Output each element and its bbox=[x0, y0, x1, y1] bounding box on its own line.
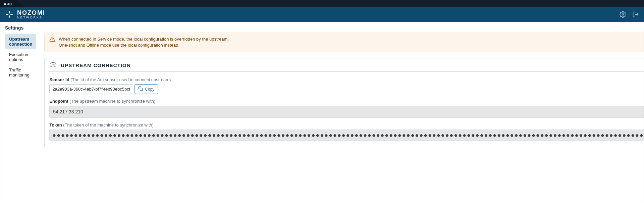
endpoint-label-row: Endpoint (The upstream machine to synchr… bbox=[49, 99, 644, 104]
svg-marker-2 bbox=[9, 15, 10, 18]
header-bar: NOZOMI NETWORKS bbox=[0, 7, 644, 22]
sensor-id-label-row: Sensor Id (The id of the Arc sensor used… bbox=[49, 77, 644, 82]
token-row: ●●●●●●●●●●●●●●●●●●●●●●●●●●●●●●●●●●●●●●●●… bbox=[49, 130, 644, 141]
sidebar-item-upstream-connection[interactable]: Upstream connection bbox=[5, 34, 36, 49]
layout: Upstream connection Execution options Tr… bbox=[0, 33, 644, 147]
arc-tab-label: ARC bbox=[4, 2, 12, 6]
svg-marker-1 bbox=[10, 14, 13, 15]
upstream-connection-panel: LIVE UPSTREAM CONNECTION Sensor Id (The … bbox=[44, 58, 644, 147]
alert-line1: When connected in Service mode, the loca… bbox=[59, 36, 229, 42]
endpoint-input[interactable] bbox=[49, 106, 644, 118]
svg-marker-3 bbox=[6, 14, 9, 15]
sidebar-item-traffic-monitoring[interactable]: Traffic monitoring bbox=[5, 65, 36, 80]
endpoint-field: Endpoint (The upstream machine to synchr… bbox=[49, 99, 644, 118]
logout-icon[interactable] bbox=[632, 11, 639, 18]
settings-sidebar: Upstream connection Execution options Tr… bbox=[5, 33, 36, 82]
token-label-row: Token (The token of the machine to synch… bbox=[49, 122, 644, 128]
warning-triangle-icon bbox=[49, 36, 55, 43]
brand-logo[interactable]: NOZOMI NETWORKS bbox=[5, 10, 45, 19]
alert-text: When connected in Service mode, the loca… bbox=[59, 36, 229, 48]
sensor-id-hint: (The id of the Arc sensor used to connec… bbox=[70, 77, 171, 82]
svg-rect-9 bbox=[140, 88, 143, 91]
sidebar-item-label: Execution options bbox=[9, 52, 28, 62]
header-actions bbox=[620, 11, 639, 18]
sensor-id-label: Sensor Id bbox=[49, 77, 69, 82]
panel-title: UPSTREAM CONNECTION bbox=[61, 62, 130, 68]
service-mode-alert: When connected in Service mode, the loca… bbox=[44, 33, 644, 52]
arc-tab[interactable]: ARC bbox=[0, 0, 17, 7]
brand-mark-icon bbox=[5, 10, 14, 19]
sidebar-item-label: Traffic monitoring bbox=[9, 67, 30, 78]
token-hint: (The token of the machine to synchronize… bbox=[63, 122, 154, 128]
sensor-id-value: 2a2e903a-360c-4eb7-bf7f-feb98ebc5bcf bbox=[49, 84, 133, 94]
token-label: Token bbox=[49, 122, 62, 128]
copy-button-label: Copy bbox=[145, 87, 154, 92]
sensor-id-field: Sensor Id (The id of the Arc sensor used… bbox=[49, 77, 644, 94]
alert-line2: One-shot and Offline mode use the local … bbox=[59, 42, 229, 48]
panel-header: LIVE UPSTREAM CONNECTION bbox=[49, 62, 644, 72]
svg-marker-0 bbox=[9, 11, 10, 14]
brand-top: NOZOMI bbox=[17, 10, 45, 16]
sidebar-item-execution-options[interactable]: Execution options bbox=[5, 49, 36, 65]
top-tab-bar: ARC bbox=[0, 0, 644, 7]
sidebar-item-label: Upstream connection bbox=[9, 37, 32, 47]
live-badge-icon: LIVE bbox=[49, 62, 57, 69]
endpoint-hint: (The upstream machine to synchronize wit… bbox=[69, 99, 155, 104]
endpoint-label: Endpoint bbox=[49, 99, 68, 104]
brand-name: NOZOMI NETWORKS bbox=[17, 10, 45, 19]
settings-gear-icon[interactable] bbox=[620, 11, 626, 18]
copy-sensor-id-button[interactable]: Copy bbox=[135, 84, 158, 94]
token-input[interactable]: ●●●●●●●●●●●●●●●●●●●●●●●●●●●●●●●●●●●●●●●●… bbox=[52, 132, 644, 139]
copy-icon bbox=[138, 86, 143, 92]
brand-bottom: NETWORKS bbox=[17, 16, 45, 19]
content-area: When connected in Service mode, the loca… bbox=[44, 33, 644, 147]
svg-text:LIVE: LIVE bbox=[51, 64, 55, 66]
svg-point-4 bbox=[622, 14, 624, 15]
page-title: Settings bbox=[0, 22, 644, 33]
sensor-id-row: 2a2e903a-360c-4eb7-bf7f-feb98ebc5bcf Cop… bbox=[49, 84, 644, 94]
token-field: Token (The token of the machine to synch… bbox=[49, 122, 644, 141]
